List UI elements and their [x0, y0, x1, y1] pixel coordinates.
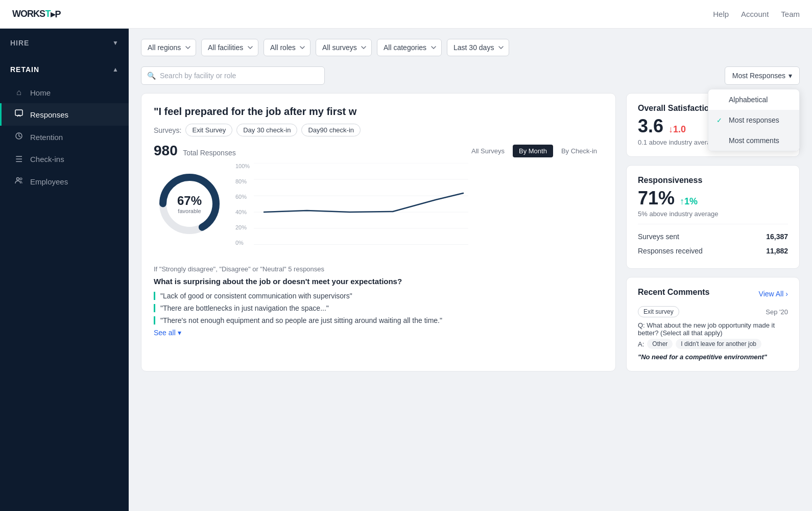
- sidebar-item-label-responses: Responses: [30, 110, 68, 119]
- sort-option-label-responses: Most responses: [729, 116, 779, 124]
- sidebar-item-employees[interactable]: Employees: [0, 170, 129, 193]
- y-label-80: 80%: [235, 178, 250, 184]
- sort-option-label-alphabetical: Alphabetical: [729, 96, 768, 104]
- survey-tag-exit[interactable]: Exit Survey: [185, 124, 232, 136]
- see-all-button[interactable]: See all ▾: [154, 329, 603, 337]
- content-grid: "I feel prepared for the job after my fi…: [141, 93, 800, 371]
- survey-tag-day90[interactable]: Day90 check-in: [301, 124, 361, 136]
- answer-a-label: A:: [638, 340, 644, 348]
- sidebar-hire-title: HIRE: [10, 39, 29, 47]
- y-label-40: 40%: [235, 209, 250, 215]
- logo: WORK S T ▸P: [12, 9, 61, 20]
- nav-account[interactable]: Account: [741, 10, 769, 18]
- filter-bar: All regions All facilities All roles All…: [141, 39, 800, 56]
- chart-header: 980 Total Responses All Surveys By Month…: [154, 143, 603, 159]
- sidebar-retain-header[interactable]: RETAIN ▲: [0, 55, 129, 82]
- y-label-20: 20%: [235, 224, 250, 230]
- responsiveness-note: 5% above industry average: [638, 210, 788, 218]
- follow-up-question: What is surprising about the job or does…: [154, 277, 603, 286]
- comments-list: "Lack of good or consistent communicatio…: [154, 292, 603, 324]
- total-label: Total Responses: [183, 149, 236, 157]
- chart-container: 67% favorable 100% 80% 60% 40%: [154, 163, 603, 259]
- question-card: "I feel prepared for the job after my fi…: [141, 93, 616, 371]
- sidebar-item-retention[interactable]: Retention: [0, 126, 129, 148]
- comment-question: Q: What about the new job opportunity ma…: [638, 321, 788, 337]
- total-responses-wrap: 980 Total Responses: [154, 143, 236, 159]
- svg-point-3: [20, 178, 22, 180]
- filter-roles[interactable]: All roles: [264, 39, 311, 56]
- y-label-60: 60%: [235, 194, 250, 200]
- chart-tabs: All Surveys By Month By Check-in: [465, 145, 603, 157]
- sort-chevron-icon: ▾: [789, 72, 792, 80]
- line-chart-wrap: 100% 80% 60% 40% 20% 0%: [235, 163, 603, 259]
- responsiveness-card: Responsiveness 71% ↑1% 5% above industry…: [626, 165, 800, 269]
- sort-dropdown: Alphabetical ✓ Most responses Most comme…: [708, 89, 800, 151]
- filter-regions[interactable]: All regions: [141, 39, 196, 56]
- question-title: "I feel prepared for the job after my fi…: [154, 106, 603, 118]
- recent-comments-title: Recent Comments: [638, 288, 709, 297]
- filter-categories[interactable]: All categories: [377, 39, 442, 56]
- home-icon: ⌂: [14, 88, 24, 97]
- layout: HIRE ▼ RETAIN ▲ ⌂ Home Respon: [0, 29, 812, 511]
- answer-tag-no-leave: I didn't leave for another job: [676, 339, 761, 349]
- search-wrapper: 🔍: [141, 66, 325, 85]
- responsiveness-stats: Surveys sent 16,387 Responses received 1…: [638, 224, 788, 258]
- hire-chevron-icon: ▼: [112, 39, 118, 47]
- sidebar-item-checkins[interactable]: ☰ Check-ins: [0, 148, 129, 170]
- sidebar: HIRE ▼ RETAIN ▲ ⌂ Home Respon: [0, 29, 129, 511]
- tab-by-checkin[interactable]: By Check-in: [555, 145, 603, 157]
- comment-tag[interactable]: Exit survey: [638, 306, 679, 317]
- comment-answer-row: A: Other I didn't leave for another job: [638, 339, 788, 349]
- filter-facilities[interactable]: All facilities: [201, 39, 258, 56]
- search-icon: 🔍: [147, 72, 156, 80]
- top-nav: WORK S T ▸P Help Account Team: [0, 0, 812, 29]
- nav-team[interactable]: Team: [781, 10, 800, 18]
- filter-surveys[interactable]: All surveys: [316, 39, 372, 56]
- sort-option-alphabetical[interactable]: Alphabetical: [708, 89, 799, 110]
- donut-label: 67% favorable: [177, 194, 202, 214]
- filter-timerange[interactable]: Last 30 days: [447, 39, 509, 56]
- donut-chart: 67% favorable: [154, 168, 225, 240]
- comment-quote: "No need for a competitive environment": [638, 353, 788, 361]
- comment-date: Sep '20: [766, 308, 788, 316]
- sort-option-most-responses[interactable]: ✓ Most responses: [708, 110, 799, 130]
- search-input[interactable]: [141, 66, 325, 85]
- main-content: All regions All facilities All roles All…: [129, 29, 812, 511]
- tab-all-surveys[interactable]: All Surveys: [465, 145, 511, 157]
- sidebar-item-responses[interactable]: Responses: [0, 103, 129, 126]
- sidebar-hire-header[interactable]: HIRE ▼: [0, 29, 129, 55]
- responses-received-label: Responses received: [638, 247, 703, 255]
- question-note: If "Strongly disagree", "Disagree" or "N…: [154, 265, 603, 273]
- sidebar-section-retain: RETAIN ▲ ⌂ Home Responses: [0, 55, 129, 193]
- line-chart-svg: May Jun Jul Aug Sep Oct: [254, 163, 468, 245]
- sort-label: Most Responses: [732, 72, 785, 80]
- employees-icon: [14, 176, 24, 187]
- sidebar-retain-title: RETAIN: [10, 65, 39, 74]
- nav-help[interactable]: Help: [713, 10, 729, 18]
- responsiveness-title: Responsiveness: [638, 176, 788, 185]
- chevron-down-icon: ▾: [178, 329, 181, 337]
- recent-comments-card: Recent Comments View All › Exit survey S…: [626, 277, 800, 371]
- view-all-button[interactable]: View All ›: [759, 290, 788, 298]
- checkins-icon: ☰: [14, 154, 24, 164]
- responses-icon: [14, 109, 24, 120]
- comment-1: "Lack of good or consistent communicatio…: [154, 292, 603, 300]
- responses-received-value: 11,882: [766, 247, 788, 255]
- surveys-sent-row: Surveys sent 16,387: [638, 229, 788, 244]
- survey-tag-day30[interactable]: Day 30 check-in: [236, 124, 297, 136]
- sort-option-most-comments[interactable]: Most comments: [708, 130, 799, 151]
- sidebar-item-label-retention: Retention: [30, 133, 63, 142]
- responsiveness-change-up: ↑1%: [680, 197, 698, 207]
- chevron-right-icon: ›: [785, 290, 788, 298]
- sort-option-label-comments: Most comments: [729, 136, 779, 145]
- sort-button[interactable]: Most Responses ▾: [725, 66, 800, 85]
- comment-2: "There are bottlenecks in just navigatio…: [154, 304, 603, 312]
- sort-check-responses: ✓: [717, 117, 725, 124]
- sidebar-item-label-checkins: Check-ins: [30, 155, 64, 164]
- svg-point-2: [17, 178, 19, 180]
- surveys-sent-label: Surveys sent: [638, 233, 679, 241]
- tab-by-month[interactable]: By Month: [513, 145, 553, 157]
- retain-chevron-icon: ▲: [112, 66, 118, 73]
- sidebar-item-home[interactable]: ⌂ Home: [0, 82, 129, 103]
- responsiveness-value: 71% ↑1%: [638, 188, 788, 208]
